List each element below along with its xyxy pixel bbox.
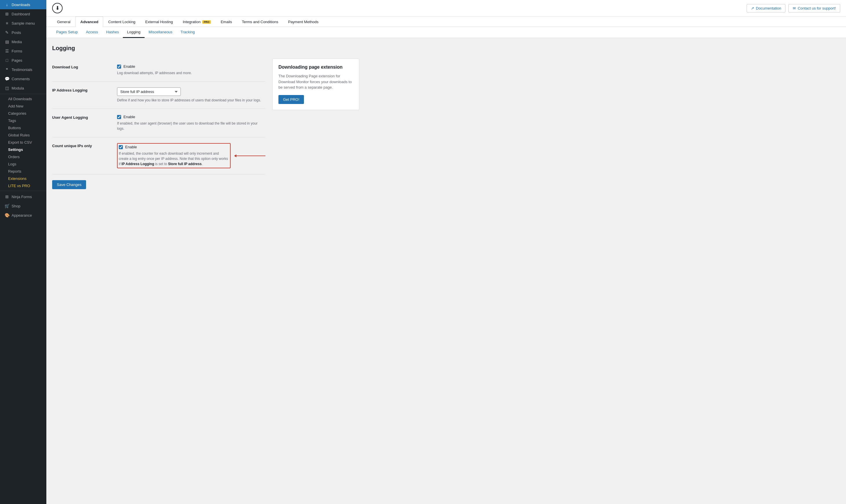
setting-control-ip-logging: Store full IP address Store anonymized I… <box>117 88 265 103</box>
sidebar-divider-bottom <box>0 191 46 191</box>
tab-external-hosting[interactable]: External Hosting <box>140 17 178 27</box>
sidebar-dashboard-label: Dashboard <box>12 12 30 16</box>
sidebar-sub-buttons[interactable]: Buttons <box>0 124 46 131</box>
content-area: General Advanced Content Locking Externa… <box>46 17 846 504</box>
contact-icon: ✉ <box>793 6 796 11</box>
count-unique-ips-highlight-box: Enable If enabled, the counter for each … <box>117 143 231 168</box>
main-tabs: General Advanced Content Locking Externa… <box>46 17 846 27</box>
get-pro-button[interactable]: Get PRO! <box>278 95 304 104</box>
documentation-button[interactable]: ↗ Documentation <box>746 4 786 13</box>
subtab-logging[interactable]: Logging <box>123 27 144 38</box>
sidebar-sub-tags[interactable]: Tags <box>0 117 46 124</box>
page-title: Logging <box>52 45 359 52</box>
sidebar-item-testimonials[interactable]: ❝ Testimonials <box>0 65 46 74</box>
count-unique-ips-checkbox[interactable] <box>119 145 123 149</box>
sidebar-item-dashboard[interactable]: ⊞ Dashboard <box>0 9 46 19</box>
downloads-icon: ↓ <box>5 2 9 7</box>
documentation-icon: ↗ <box>751 6 754 11</box>
sidebar-sub-orders[interactable]: Orders <box>0 153 46 160</box>
subtab-tracking[interactable]: Tracking <box>177 27 199 38</box>
comments-icon: 💬 <box>5 76 9 81</box>
ip-logging-select[interactable]: Store full IP address Store anonymized I… <box>117 88 181 96</box>
sidebar-item-media[interactable]: ▤ Media <box>0 37 46 46</box>
dashboard-icon: ⊞ <box>5 12 9 16</box>
promo-card-description: The Downloading Page extension for Downl… <box>278 73 353 90</box>
sidebar-sub-categories[interactable]: Categories <box>0 110 46 117</box>
topbar: ⬇ ↗ Documentation ✉ Contact us for suppo… <box>46 0 846 17</box>
sidebar-item-forms[interactable]: ☰ Forms <box>0 46 46 56</box>
shop-icon: 🛒 <box>5 204 9 208</box>
modula-icon: ◫ <box>5 86 9 90</box>
sidebar-sub-export-csv[interactable]: Export to CSV <box>0 139 46 146</box>
testimonials-icon: ❝ <box>5 67 9 72</box>
forms-icon: ☰ <box>5 49 9 53</box>
sidebar-comments-label: Comments <box>12 77 30 81</box>
sidebar-item-comments[interactable]: 💬 Comments <box>0 74 46 84</box>
tab-emails[interactable]: Emails <box>216 17 237 27</box>
user-agent-checkbox-label[interactable]: Enable <box>117 115 265 119</box>
sidebar-sub-add-new[interactable]: Add New <box>0 103 46 110</box>
tab-content-locking[interactable]: Content Locking <box>103 17 140 27</box>
sidebar-modula-label: Modula <box>12 86 24 90</box>
sidebar-sub-reports[interactable]: Reports <box>0 168 46 175</box>
tab-payment-methods[interactable]: Payment Methods <box>283 17 323 27</box>
pages-icon: □ <box>5 58 9 62</box>
ip-logging-description: Define if and how you like to store IP a… <box>117 97 265 103</box>
download-log-description: Log download attempts, IP addresses and … <box>117 70 265 76</box>
sidebar-sample-label: Sample menu <box>12 21 35 25</box>
setting-label-download-log: Download Log <box>52 64 110 69</box>
setting-control-user-agent: Enable If enabled, the user agent (brows… <box>117 115 265 131</box>
ninja-forms-icon: ⊞ <box>5 194 9 199</box>
sidebar-sub-lite-vs-pro[interactable]: LITE vs PRO <box>0 182 46 190</box>
download-logo-icon: ⬇ <box>55 5 60 11</box>
sidebar-item-posts[interactable]: ✎ Posts <box>0 28 46 37</box>
promo-card-title: Downloading page extension <box>278 65 353 70</box>
subtab-access[interactable]: Access <box>82 27 102 38</box>
tab-advanced[interactable]: Advanced <box>75 17 103 27</box>
sidebar-item-sample-menu[interactable]: ≡ Sample menu <box>0 19 46 28</box>
sidebar-sub-settings[interactable]: Settings <box>0 146 46 153</box>
setting-label-ip-logging: IP Address Logging <box>52 88 110 92</box>
subtab-pages-setup[interactable]: Pages Setup <box>52 27 82 38</box>
settings-main: Download Log Enable Log download attempt… <box>52 58 265 189</box>
sidebar-forms-label: Forms <box>12 49 22 53</box>
posts-icon: ✎ <box>5 30 9 35</box>
subtab-miscellaneous[interactable]: Miscellaneous <box>145 27 177 38</box>
appearance-icon: 🎨 <box>5 213 9 218</box>
sample-menu-icon: ≡ <box>5 21 9 25</box>
sidebar-divider-downloads <box>0 94 46 94</box>
sidebar-item-appearance[interactable]: 🎨 Appearance <box>0 211 46 220</box>
sidebar-item-modula[interactable]: ◫ Modula <box>0 84 46 93</box>
sidebar-item-shop[interactable]: 🛒 Shop <box>0 201 46 211</box>
count-unique-ips-checkbox-label[interactable]: Enable <box>119 145 229 149</box>
sidebar-pages-label: Pages <box>12 58 22 62</box>
sub-tabs: Pages Setup Access Hashes Logging Miscel… <box>46 27 846 38</box>
arrow-shaft <box>236 156 265 156</box>
subtab-hashes[interactable]: Hashes <box>102 27 123 38</box>
contact-support-button[interactable]: ✉ Contact us for support! <box>788 4 840 13</box>
settings-sidebar: Downloading page extension The Downloadi… <box>272 58 359 189</box>
sidebar-sub-extensions[interactable]: Extensions <box>0 175 46 182</box>
sidebar: ↓ Downloads ⊞ Dashboard ≡ Sample menu ✎ … <box>0 0 46 504</box>
sidebar-item-pages[interactable]: □ Pages <box>0 56 46 65</box>
setting-control-download-log: Enable Log download attempts, IP address… <box>117 64 265 76</box>
tab-terms-conditions[interactable]: Terms and Conditions <box>237 17 283 27</box>
sidebar-sub-global-rules[interactable]: Global Rules <box>0 131 46 139</box>
save-changes-button[interactable]: Save Changes <box>52 180 86 189</box>
sidebar-sub-all-downloads[interactable]: All Downloads <box>0 95 46 103</box>
sidebar-sub-logs[interactable]: Logs <box>0 160 46 168</box>
sidebar-item-ninja-forms[interactable]: ⊞ Ninja Forms <box>0 192 46 201</box>
user-agent-checkbox[interactable] <box>117 115 121 119</box>
download-log-checkbox[interactable] <box>117 65 121 69</box>
app-logo: ⬇ <box>52 3 62 13</box>
arrow-head-icon <box>234 155 236 157</box>
page-body: Logging Download Log Enable Log download… <box>46 38 365 196</box>
count-unique-ips-description: If enabled, the counter for each downloa… <box>119 151 229 166</box>
download-log-checkbox-label[interactable]: Enable <box>117 64 265 69</box>
sidebar-testimonials-label: Testimonials <box>12 68 33 72</box>
sidebar-item-downloads[interactable]: ↓ Downloads <box>0 0 46 9</box>
tab-integration[interactable]: Integration PRO <box>178 17 216 27</box>
tab-general[interactable]: General <box>52 17 75 27</box>
user-agent-description: If enabled, the user agent (browser) the… <box>117 121 265 131</box>
setting-row-ip-logging: IP Address Logging Store full IP address… <box>52 82 265 109</box>
